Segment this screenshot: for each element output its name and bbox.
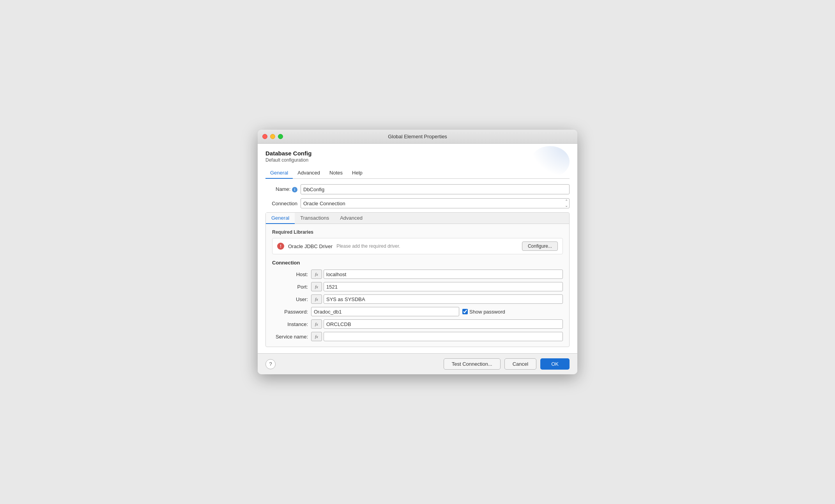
show-password-checkbox[interactable] [462, 309, 468, 314]
footer-action-buttons: Test Connection... Cancel OK [444, 358, 570, 370]
dialog-header: Database Config Default configuration [265, 150, 570, 163]
user-fx-button[interactable]: fx [311, 294, 322, 304]
port-field-row: fx [311, 282, 563, 291]
tab-notes-outer[interactable]: Notes [325, 167, 347, 179]
service-name-field-row: fx [311, 332, 563, 341]
minimize-button[interactable] [270, 134, 275, 139]
name-label: Name: i [265, 186, 301, 192]
driver-name: Oracle JDBC Driver [288, 243, 333, 249]
show-password-text: Show password [469, 309, 505, 315]
user-input[interactable] [324, 294, 563, 304]
connection-fields-grid: Host: fx Port: fx User: fx [272, 270, 563, 341]
tab-transactions-inner[interactable]: Transactions [295, 213, 334, 224]
library-row: ! Oracle JDBC Driver Please add the requ… [272, 238, 563, 254]
service-name-label: Service name: [272, 334, 311, 340]
required-libraries-title: Required Libraries [272, 229, 563, 235]
connection-row: Connection Oracle Connection MySQL Conne… [265, 198, 570, 208]
instance-field-row: fx [311, 319, 563, 329]
port-input[interactable] [324, 282, 563, 291]
password-field-row: Show password [311, 307, 563, 316]
tab-help-outer[interactable]: Help [347, 167, 367, 179]
password-label: Password: [272, 309, 311, 315]
connection-select-wrapper: Oracle Connection MySQL Connection Gener… [301, 198, 570, 208]
tab-advanced-inner[interactable]: Advanced [334, 213, 368, 224]
dialog-content: Database Config Default configuration Ge… [258, 144, 577, 353]
titlebar: Global Element Properties [258, 130, 577, 144]
inner-panel: General Transactions Advanced Required L… [265, 212, 570, 347]
dialog-window: Global Element Properties Database Confi… [258, 130, 577, 374]
name-row: Name: i [265, 184, 570, 194]
outer-tab-bar: General Advanced Notes Help [265, 167, 570, 179]
help-button[interactable]: ? [265, 359, 276, 369]
ok-button[interactable]: OK [540, 358, 570, 370]
port-label: Port: [272, 284, 311, 290]
host-input[interactable] [324, 270, 563, 279]
traffic-lights [262, 134, 283, 139]
name-label-text: Name: [276, 186, 290, 192]
inner-tab-bar: General Transactions Advanced [266, 213, 569, 224]
tab-general-inner[interactable]: General [266, 213, 295, 224]
configure-button[interactable]: Configure... [522, 241, 558, 251]
user-label: User: [272, 296, 311, 302]
name-input[interactable] [301, 184, 570, 194]
dialog-footer: ? Test Connection... Cancel OK [258, 353, 577, 374]
tab-general-outer[interactable]: General [265, 167, 293, 179]
port-fx-button[interactable]: fx [311, 282, 322, 291]
instance-label: Instance: [272, 321, 311, 327]
host-field-row: fx [311, 270, 563, 279]
connection-select[interactable]: Oracle Connection MySQL Connection Gener… [301, 198, 570, 208]
service-name-input[interactable] [324, 332, 563, 341]
tab-advanced-outer[interactable]: Advanced [293, 167, 325, 179]
watermark-decoration [531, 146, 570, 177]
instance-input[interactable] [324, 319, 563, 329]
close-button[interactable] [262, 134, 267, 139]
error-icon: ! [277, 243, 284, 250]
dialog-subtitle: Default configuration [265, 157, 570, 163]
user-field-row: fx [311, 294, 563, 304]
inner-tab-content: Required Libraries ! Oracle JDBC Driver … [266, 224, 569, 347]
maximize-button[interactable] [278, 134, 283, 139]
cancel-button[interactable]: Cancel [504, 358, 536, 370]
dialog-title: Database Config [265, 150, 570, 157]
window-title: Global Element Properties [388, 134, 447, 139]
instance-fx-button[interactable]: fx [311, 319, 322, 329]
host-fx-button[interactable]: fx [311, 270, 322, 279]
service-name-fx-button[interactable]: fx [311, 332, 322, 341]
driver-hint: Please add the required driver. [336, 243, 518, 249]
test-connection-button[interactable]: Test Connection... [444, 358, 501, 370]
connection-section-title: Connection [272, 260, 563, 266]
host-label: Host: [272, 271, 311, 277]
name-info-icon[interactable]: i [292, 187, 297, 192]
show-password-label[interactable]: Show password [462, 309, 505, 315]
connection-label: Connection [265, 201, 301, 206]
password-input[interactable] [311, 307, 459, 316]
